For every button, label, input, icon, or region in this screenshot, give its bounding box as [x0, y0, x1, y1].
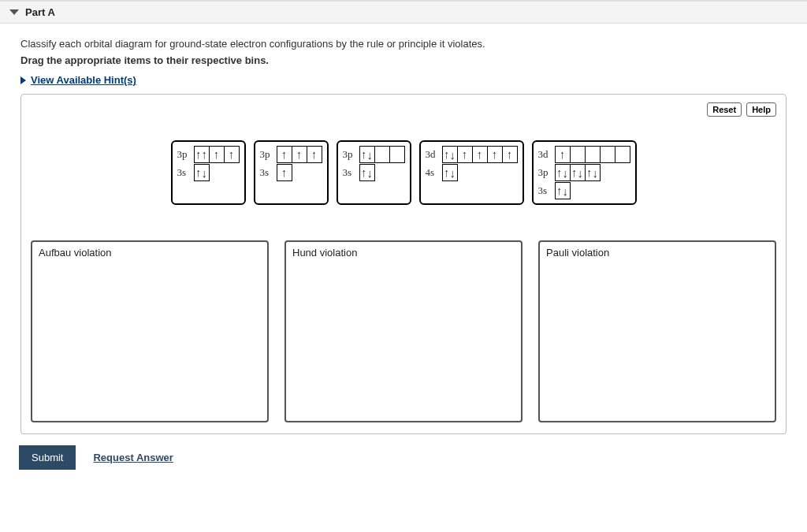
orbital-card[interactable]: 3p↑↑↑3s↑: [254, 140, 329, 205]
orbital-box: [586, 146, 601, 163]
orbital-row: 3d↑↓↑↑↑↑: [426, 146, 518, 163]
orbital-box: ↑: [277, 164, 292, 181]
orbital-label: 3d: [538, 148, 551, 161]
orbital-box: ↑↓: [442, 146, 458, 163]
orbital-box: ↑: [473, 146, 488, 163]
orbital-card[interactable]: 3p↑↓3s↑↓: [337, 140, 411, 205]
orbital-box: ↑↓: [555, 164, 571, 181]
orbital-row: 4s↑↓: [426, 164, 518, 181]
orbital-row: 3s↑↓: [343, 164, 405, 181]
orbital-box: [601, 146, 615, 163]
orbital-box: ↑: [225, 146, 240, 163]
orbital-row: 3p↑↑↑: [260, 146, 322, 163]
orbital-box: ↑: [307, 146, 322, 163]
orbital-label: 3p: [177, 148, 190, 161]
part-title: Part A: [25, 6, 55, 18]
orbital-box: ↑: [292, 146, 307, 163]
orbital-box: [615, 146, 630, 163]
orbital-row: 3p↑↓↑↓↑↓: [538, 164, 630, 181]
orbital-box: [375, 146, 390, 163]
orbital-card[interactable]: 3p↑↑↑↑3s↑↓: [171, 140, 246, 205]
orbital-box: ↑: [555, 146, 571, 163]
bin-aufbau[interactable]: Aufbau violation: [31, 240, 269, 422]
orbital-box: ↑↓: [555, 182, 571, 199]
orbital-card[interactable]: 3d↑3p↑↓↑↓↑↓3s↑↓: [532, 140, 637, 205]
orbital-box: [390, 146, 405, 163]
orbital-set: ↑↓: [359, 164, 375, 181]
chevron-right-icon: [20, 76, 26, 84]
orbital-set: ↑: [277, 164, 292, 181]
chevron-down-icon: [9, 9, 19, 15]
orbital-set: ↑↑↑↑: [194, 146, 240, 163]
orbital-box: ↑: [503, 146, 518, 163]
bin-hund[interactable]: Hund violation: [284, 240, 523, 422]
orbital-label: 3s: [343, 166, 355, 179]
orbital-box: ↑↓: [571, 164, 586, 181]
view-hints-toggle[interactable]: View Available Hint(s): [20, 74, 787, 86]
orbital-set: ↑: [555, 146, 630, 163]
orbital-set: ↑↓↑↑↑↑: [442, 146, 518, 163]
orbital-row: 3p↑↑↑↑: [177, 146, 240, 163]
bin-label: Aufbau violation: [39, 247, 261, 259]
drag-instruction: Drag the appropriate items to their resp…: [20, 54, 787, 66]
work-area: Reset Help 3p↑↑↑↑3s↑↓3p↑↑↑3s↑3p↑↓3s↑↓3d↑…: [20, 94, 787, 434]
orbital-box: ↑↓: [359, 164, 375, 181]
orbital-row: 3s↑: [260, 164, 322, 181]
orbital-set: ↑↓: [555, 182, 571, 199]
orbital-set: ↑↓↑↓↑↓: [555, 164, 601, 181]
orbital-box: [571, 146, 586, 163]
orbital-box: ↑: [488, 146, 503, 163]
orbital-card[interactable]: 3d↑↓↑↑↑↑4s↑↓: [419, 140, 524, 205]
request-answer-link[interactable]: Request Answer: [93, 452, 173, 463]
orbital-set: ↑↑↑: [277, 146, 322, 163]
orbital-label: 3s: [260, 166, 273, 179]
submit-button[interactable]: Submit: [19, 445, 76, 470]
orbital-box: ↑↓: [442, 164, 458, 181]
reset-button[interactable]: Reset: [707, 102, 742, 117]
orbital-label: 3p: [260, 148, 273, 161]
orbital-label: 3s: [538, 184, 551, 197]
bin-label: Hund violation: [292, 247, 515, 259]
bin-label: Pauli violation: [546, 247, 768, 259]
orbital-box: ↑: [210, 146, 225, 163]
orbital-row: 3s↑↓: [177, 164, 240, 181]
orbital-label: 3p: [538, 166, 551, 179]
hints-label: View Available Hint(s): [31, 74, 136, 86]
orbital-set: ↑↓: [194, 164, 210, 181]
orbital-box: ↑: [458, 146, 473, 163]
orbital-row: 3d↑: [538, 146, 630, 163]
question-prompt: Classify each orbital diagram for ground…: [20, 38, 787, 50]
part-header[interactable]: Part A: [0, 1, 807, 24]
orbital-label: 3s: [177, 166, 190, 179]
orbital-set: ↑↓: [442, 164, 458, 181]
orbital-set: ↑↓: [359, 146, 405, 163]
help-button[interactable]: Help: [746, 102, 776, 117]
orbital-row: 3s↑↓: [538, 182, 630, 199]
orbital-row: 3p↑↓: [343, 146, 405, 163]
bin-pauli[interactable]: Pauli violation: [538, 240, 776, 422]
orbital-box: ↑: [277, 146, 292, 163]
draggable-items-row: 3p↑↑↑↑3s↑↓3p↑↑↑3s↑3p↑↓3s↑↓3d↑↓↑↑↑↑4s↑↓3d…: [31, 140, 776, 205]
orbital-box: ↑↓: [586, 164, 601, 181]
orbital-label: 4s: [426, 166, 438, 179]
orbital-box: ↑↓: [194, 164, 210, 181]
orbital-box: ↑↓: [359, 146, 375, 163]
orbital-label: 3d: [426, 148, 438, 161]
orbital-label: 3p: [343, 148, 355, 161]
orbital-box: ↑↑: [194, 146, 210, 163]
